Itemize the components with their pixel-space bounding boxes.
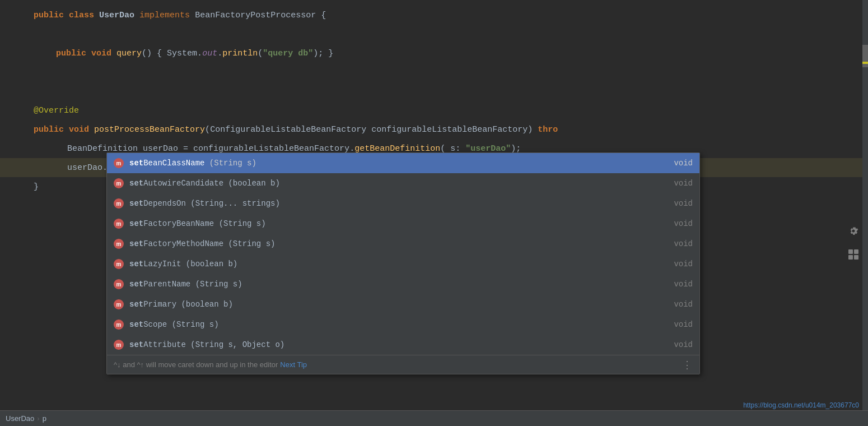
code-line-5 [0,82,868,101]
breadcrumb-class: UserDao [6,414,34,423]
method-icon-9: m [114,340,124,350]
scrollbar-mark [862,62,868,64]
svg-rect-0 [848,249,853,254]
breadcrumb-separator: › [37,414,39,423]
scrollbar-thumb[interactable] [862,45,868,67]
autocomplete-item-9[interactable]: m setAttribute (String s, Object o) void [107,335,699,355]
right-icons-panel [847,224,860,261]
autocomplete-item-6[interactable]: m setParentName (String s) void [107,274,699,294]
autocomplete-item-3[interactable]: m setFactoryBeanName (String s) void [107,214,699,234]
more-options-icon[interactable]: ⋮ [682,359,693,371]
code-line-2 [0,25,868,44]
footer-hint-text: ^↓ and ^↑ will move caret down and up in… [114,360,278,369]
method-icon-7: m [114,299,124,309]
bottom-url[interactable]: https://blog.csdn.net/u014m_203677c0 [743,401,859,409]
code-line-6: @Override [0,101,868,120]
autocomplete-item-5[interactable]: m setLazyInit (boolean b) void [107,254,699,274]
settings-icon[interactable] [847,224,860,238]
method-icon-3: m [114,219,124,229]
autocomplete-footer: ^↓ and ^↑ will move caret down and up in… [107,355,699,374]
code-line-7: public void postProcessBeanFactory(Confi… [0,120,868,139]
method-icon-0: m [114,158,124,168]
editor-area: public class UserDao implements BeanFact… [0,0,868,426]
autocomplete-item-4[interactable]: m setFactoryMethodName (String s) void [107,234,699,254]
autocomplete-item-8[interactable]: m setScope (String s) void [107,314,699,335]
layout-icon[interactable] [847,248,860,261]
svg-rect-1 [854,249,858,254]
svg-rect-3 [854,255,858,260]
autocomplete-item-0[interactable]: m setBeanClassName (String s) void [107,153,699,173]
method-icon-1: m [114,178,124,188]
autocomplete-item-2[interactable]: m setDependsOn (String... strings) void [107,193,699,214]
autocomplete-item-1[interactable]: m setAutowireCandidate (boolean b) void [107,173,699,193]
breadcrumb-bar: UserDao › p [0,410,868,426]
code-line-1: public class UserDao implements BeanFact… [0,6,868,25]
method-icon-4: m [114,239,124,249]
method-icon-8: m [114,320,124,330]
autocomplete-dropdown: m setBeanClassName (String s) void m set… [106,152,700,374]
vertical-scrollbar[interactable] [862,0,868,426]
method-icon-2: m [114,198,124,209]
svg-rect-2 [848,255,853,260]
autocomplete-item-7[interactable]: m setPrimary (boolean b) void [107,294,699,314]
breadcrumb-letter: p [43,414,46,423]
method-icon-6: m [114,279,124,289]
code-line-3: public void query() { System.out.println… [0,44,868,63]
method-icon-5: m [114,259,124,269]
next-tip-link[interactable]: Next Tip [280,360,307,369]
code-line-4 [0,63,868,82]
